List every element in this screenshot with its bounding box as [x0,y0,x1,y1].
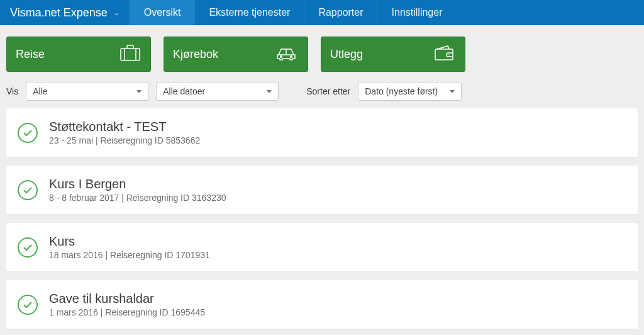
check-circle-icon [18,295,38,315]
list-item-text: Kurs I Bergen 8 - 8 februar 2017 | Reise… [49,177,226,203]
sort-select-value: Dato (nyeste først) [365,86,438,96]
expense-list: Støttekontakt - TEST 23 - 25 mai | Reise… [0,108,644,329]
list-item-subtitle: 1 mars 2016 | Reiseregning ID 1695445 [49,307,205,317]
svg-rect-0 [121,48,140,60]
nav-settings[interactable]: Innstillinger [377,0,457,25]
svg-point-5 [291,55,292,57]
sort-select[interactable]: Dato (nyeste først) [358,82,462,101]
list-item-text: Gave til kurshaldar 1 mars 2016 | Reiser… [49,292,205,317]
list-item-subtitle: 23 - 25 mai | Reiseregning ID 5853662 [49,135,200,145]
sort-label: Sorter etter [306,86,350,96]
show-select[interactable]: Alle [26,82,148,101]
tile-drivelog-label: Kjørebok [173,48,218,61]
app-title: Visma.net Expense [10,6,108,20]
date-select-value: Alle datoer [163,86,205,96]
nav-reports[interactable]: Rapporter [304,0,377,25]
list-item[interactable]: Gave til kurshaldar 1 mars 2016 | Reiser… [6,280,638,329]
tile-travel-label: Reise [16,48,45,61]
show-label: Vis [6,86,18,96]
filter-bar: Vis Alle Alle datoer Sorter etter Dato (… [0,79,644,108]
list-item-subtitle: 18 mars 2016 | Reiseregning ID 1701931 [49,250,210,260]
list-item[interactable]: Kurs I Bergen 8 - 8 februar 2017 | Reise… [6,166,638,214]
app-switcher[interactable]: Visma.net Expense ⌄ [0,0,130,25]
list-item[interactable]: Kurs 18 mars 2016 | Reiseregning ID 1701… [6,223,638,271]
tile-expense[interactable]: Utlegg [321,37,465,72]
check-circle-icon [18,123,38,143]
topbar: Visma.net Expense ⌄ Oversikt Eksterne tj… [0,0,644,25]
nav-overview[interactable]: Oversikt [130,0,195,25]
suitcase-icon [119,43,142,65]
nav-settings-label: Innstillinger [392,7,443,18]
nav-external-label: Eksterne tjenester [209,7,290,18]
tile-expense-label: Utlegg [330,48,363,61]
wallet-icon [433,43,456,65]
car-icon [274,44,299,65]
check-circle-icon [18,180,38,200]
tile-drivelog[interactable]: Kjørebok [164,37,308,72]
list-item-text: Kurs 18 mars 2016 | Reiseregning ID 1701… [49,234,210,260]
date-select[interactable]: Alle datoer [156,82,279,101]
svg-point-4 [280,55,282,57]
action-tiles: Reise Kjørebok Utlegg [0,25,644,79]
list-item-text: Støttekontakt - TEST 23 - 25 mai | Reise… [49,120,200,145]
svg-point-6 [448,54,450,55]
nav-reports-label: Rapporter [318,7,363,18]
check-circle-icon [18,237,38,258]
chevron-down-icon: ⌄ [114,9,119,17]
list-item-title: Kurs I Bergen [49,177,226,191]
list-item-title: Gave til kurshaldar [49,292,205,306]
tile-travel[interactable]: Reise [6,37,151,72]
list-item-title: Støttekontakt - TEST [49,120,200,134]
list-item-title: Kurs [49,234,210,249]
show-select-value: Alle [33,86,47,96]
list-item[interactable]: Støttekontakt - TEST 23 - 25 mai | Reise… [6,108,638,157]
nav-external-services[interactable]: Eksterne tjenester [194,0,304,25]
list-item-subtitle: 8 - 8 februar 2017 | Reiseregning ID 316… [49,193,226,203]
nav-overview-label: Oversikt [144,7,181,18]
